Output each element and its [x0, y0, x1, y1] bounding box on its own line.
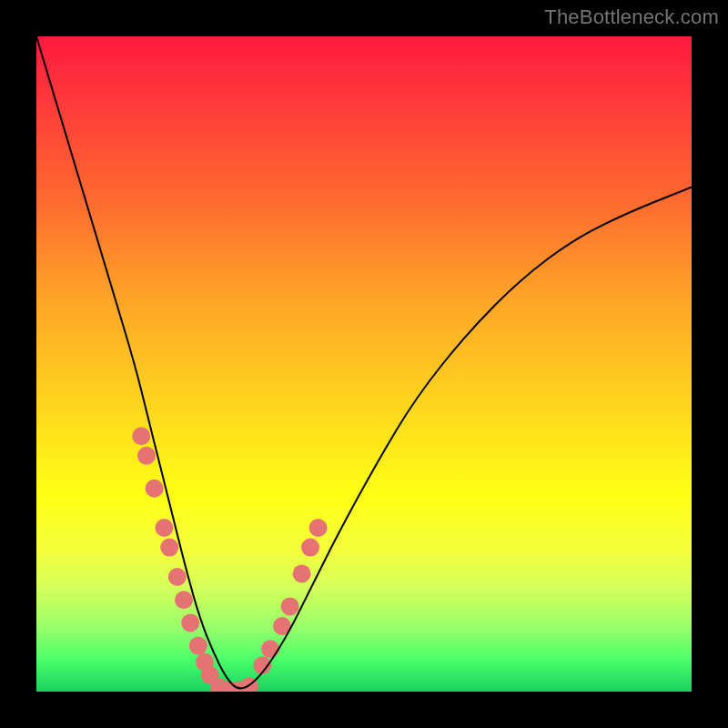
highlight-dot — [160, 539, 178, 557]
chart-plot-area — [36, 36, 692, 692]
highlight-dot — [146, 480, 164, 498]
highlight-dot — [211, 679, 229, 692]
highlight-dot — [309, 519, 328, 537]
highlight-dot — [175, 591, 193, 609]
watermark-text: TheBottleneck.com — [544, 5, 719, 29]
highlight-dot — [240, 677, 258, 692]
chart-svg — [36, 36, 692, 692]
highlight-dot — [196, 653, 214, 672]
highlight-dot — [230, 682, 248, 692]
highlight-dot — [273, 617, 291, 635]
highlight-dot — [301, 539, 319, 557]
highlight-dot — [293, 564, 311, 582]
highlight-dot — [189, 637, 207, 655]
chart-outer-frame: TheBottleneck.com — [0, 0, 728, 728]
highlight-dot — [168, 568, 187, 586]
highlight-dot — [137, 447, 156, 465]
highlight-dot — [261, 640, 279, 658]
highlight-dot — [181, 613, 199, 632]
highlight-dot — [220, 682, 238, 692]
bottleneck-curve-path — [36, 36, 692, 688]
highlight-dot — [155, 519, 173, 537]
highlight-dot — [201, 666, 219, 684]
highlight-dot — [281, 597, 299, 615]
highlight-dot — [253, 656, 271, 674]
highlight-dot — [132, 427, 150, 445]
dots-layer — [132, 427, 327, 692]
